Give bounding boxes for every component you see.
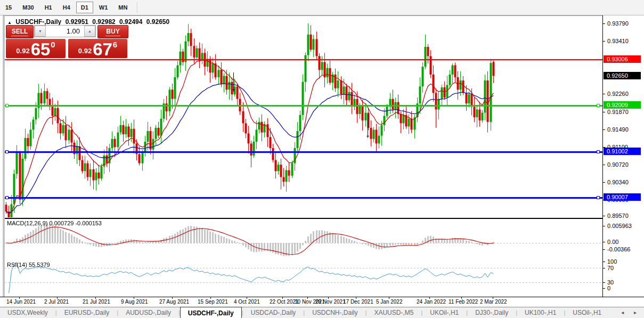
axis-tick: [603, 165, 605, 165]
price-badge-0.92009: 0.92009: [604, 101, 641, 109]
price-badge-0.90007: 0.90007: [604, 193, 641, 201]
price-axis: 0.937900.934100.922600.918700.914900.911…: [602, 15, 644, 297]
price-badge-0.93006: 0.93006: [604, 55, 641, 63]
macd-axis-label: 0.00: [607, 239, 618, 245]
date-label: 2 Mar 2022: [480, 299, 507, 305]
timeframe-button-mn[interactable]: MN: [113, 2, 132, 13]
date-label: 17 Dec 2021: [343, 299, 373, 305]
axis-tick: [603, 282, 605, 283]
date-label: 15 Sep 2021: [198, 299, 228, 305]
date-label: 4 Oct 2021: [234, 299, 260, 305]
volume-input[interactable]: [46, 26, 84, 37]
timeframe-button-d1[interactable]: D1: [76, 2, 93, 13]
rsi-axis-label: 0: [607, 285, 610, 291]
toolbar-separator: [137, 2, 138, 13]
sell-price-small: 0.92: [16, 47, 29, 55]
sell-price-panel[interactable]: 0.92 65 0: [6, 39, 66, 58]
rsi-canvas[interactable]: [5, 261, 602, 296]
date-label: 14 Jun 2021: [6, 299, 36, 305]
tab-dj30-daily[interactable]: DJ30-,Daily: [468, 307, 516, 318]
level-line-handle[interactable]: [597, 196, 600, 199]
window-frame-line: [3, 15, 3, 307]
date-label: 5 Jan 2022: [376, 299, 403, 305]
axis-tick: [603, 94, 605, 94]
vertical-line-object-foot: [366, 136, 369, 136]
date-label: 11 Feb 2022: [449, 299, 478, 305]
date-label: 2 Jul 2021: [44, 299, 69, 305]
macd-value-main: 0.000729: [49, 220, 74, 226]
ohlc-close: 0.92650: [146, 18, 169, 26]
window-frame-line: [4, 15, 4, 307]
axis-tick: [603, 262, 605, 262]
price-badge-0.91002: 0.91002: [604, 148, 641, 155]
macd-pane: MACD(12,26,9) 0.000729 -0.000153: [5, 218, 602, 261]
axis-tick: [603, 23, 605, 24]
axis-tick: [603, 288, 605, 289]
sell-price-big: 65: [31, 42, 51, 56]
vertical-line-object-foot: [232, 89, 235, 90]
price-pane: ▲ USDCHF-,Daily 0.92951 0.92982 0.92494 …: [5, 15, 602, 218]
tab-xauusd-m5[interactable]: XAUUSD-,M5: [366, 307, 421, 318]
tab-ukoil-h1[interactable]: UKOil-,H1: [422, 307, 466, 318]
axis-tick: [603, 249, 605, 250]
axis-tick: [603, 216, 605, 216]
level-line-handle[interactable]: [597, 104, 600, 107]
level-line-handle[interactable]: [5, 196, 9, 199]
tab-usoil-h1[interactable]: USOil-,H1: [565, 307, 609, 318]
level-line-handle[interactable]: [5, 104, 9, 107]
symbol-marker-icon: ▲: [7, 20, 12, 25]
axis-tick: [603, 242, 605, 242]
macd-axis-label: -0.00366: [607, 246, 630, 252]
rsi-axis-label: 100: [607, 258, 617, 265]
tab-usdcad-daily[interactable]: USDCAD-,Daily: [243, 307, 304, 318]
price-tick-label: 0.90340: [607, 179, 629, 185]
rsi-axis-label: 70: [607, 265, 614, 271]
tab-usdcnh-daily[interactable]: USDCNH-,Daily: [305, 307, 365, 318]
sell-button[interactable]: SELL: [6, 25, 34, 38]
horizontal-level-line-0.91002[interactable]: [5, 151, 602, 153]
axis-tick: [603, 268, 605, 268]
ohlc-open: 0.92951: [66, 18, 88, 26]
price-badge-0.92650: 0.92650: [604, 72, 641, 79]
price-tick-label: 0.90720: [607, 161, 629, 168]
ohlc-high: 0.92982: [92, 18, 115, 26]
date-label: 27 Aug 2021: [159, 299, 189, 305]
price-tick-label: 0.91870: [607, 109, 629, 115]
buy-button[interactable]: BUY: [97, 25, 128, 38]
timeframe-toolbar: 15M30H1H4D1W1MN: [0, 0, 644, 15]
date-axis: 14 Jun 20212 Jul 202121 Jul 20219 Aug 20…: [0, 297, 644, 307]
axis-tick: [603, 182, 605, 183]
buy-price-panel[interactable]: 0.92 67 6: [68, 39, 127, 58]
volume-increase-button[interactable]: ▲: [84, 26, 95, 37]
macd-label: MACD(12,26,9) 0.000729 -0.000153: [7, 220, 102, 226]
horizontal-level-line-0.92009[interactable]: [5, 105, 602, 107]
chart-ohlc-header: ▲ USDCHF-,Daily 0.92951 0.92982 0.92494 …: [7, 18, 172, 26]
tab-usdchf-daily[interactable]: USDCHF-,Daily: [180, 307, 242, 318]
trading-platform-window: 15M30H1H4D1W1MN ▲ USDCHF-,Daily 0.92951 …: [0, 0, 644, 318]
date-label: 29 Nov 2021: [315, 299, 346, 305]
buy-price-sup: 6: [113, 40, 117, 49]
volume-decrease-button[interactable]: ▼: [35, 26, 46, 37]
price-tick-label: 0.91490: [607, 126, 629, 133]
horizontal-level-line-0.93006[interactable]: [5, 59, 602, 60]
tab-uk100-h1[interactable]: UK100-,H1: [517, 307, 564, 318]
tab-eurusd-daily[interactable]: EURUSD-,Daily: [57, 307, 117, 318]
timeframe-button-h4[interactable]: H4: [58, 2, 75, 13]
timeframe-button-h1[interactable]: H1: [40, 2, 57, 13]
one-click-trading-widget: SELL ▼ ▲ BUY 0.92 65 0 0.92 67 6: [6, 25, 128, 59]
buy-price-small: 0.92: [78, 47, 92, 55]
vertical-line-object[interactable]: [233, 72, 234, 92]
date-label: 9 Aug 2021: [121, 299, 148, 305]
timeframe-button-w1[interactable]: W1: [94, 2, 113, 13]
tab-scroll-arrows[interactable]: ◂ ▸: [621, 309, 641, 315]
tab-audusd-daily[interactable]: AUDUSD-,Daily: [118, 307, 178, 318]
vertical-line-object[interactable]: [368, 114, 368, 138]
level-line-handle[interactable]: [597, 150, 600, 153]
date-label: 21 Jul 2021: [83, 299, 110, 305]
timeframe-button-15[interactable]: 15: [1, 2, 17, 13]
level-line-handle[interactable]: [5, 150, 9, 153]
volume-stepper: ▼ ▲: [34, 25, 96, 37]
timeframe-button-m30[interactable]: M30: [18, 2, 38, 13]
tab-usdx-weekly[interactable]: USDX,Weekly: [0, 307, 55, 318]
horizontal-level-line-0.90007[interactable]: [5, 197, 602, 199]
